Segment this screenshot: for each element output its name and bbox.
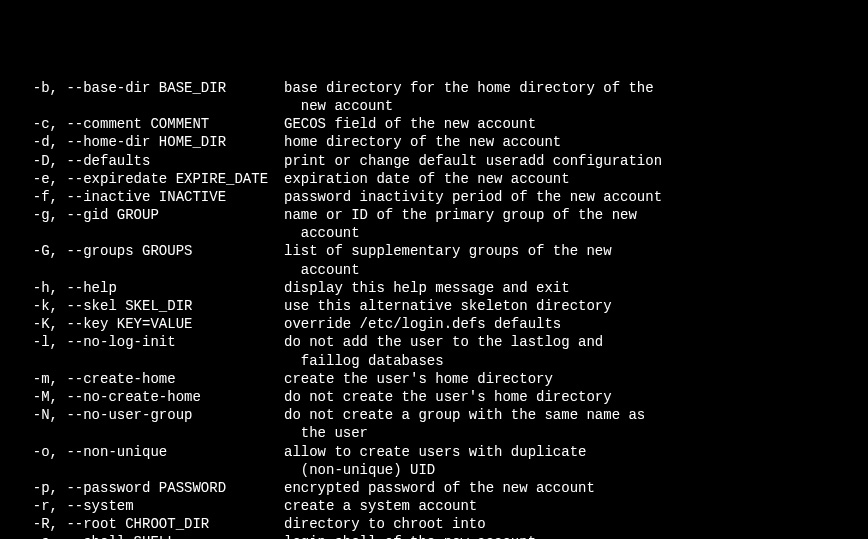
help-line: -G, --groups GROUPSlist of supplementary… <box>16 242 852 260</box>
option-description: do not add the user to the lastlog and <box>284 333 852 351</box>
help-line: account <box>16 261 852 279</box>
option-flag: -e, --expiredate EXPIRE_DATE <box>16 170 284 188</box>
option-flag <box>16 461 284 479</box>
option-description: (non-unique) UID <box>284 461 852 479</box>
help-line: -N, --no-user-groupdo not create a group… <box>16 406 852 424</box>
option-flag: -N, --no-user-group <box>16 406 284 424</box>
help-line: -l, --no-log-initdo not add the user to … <box>16 333 852 351</box>
help-line: -p, --password PASSWORDencrypted passwor… <box>16 479 852 497</box>
option-flag: -o, --non-unique <box>16 443 284 461</box>
option-description: base directory for the home directory of… <box>284 79 852 97</box>
option-description: account <box>284 261 852 279</box>
help-line: -r, --systemcreate a system account <box>16 497 852 515</box>
option-description: name or ID of the primary group of the n… <box>284 206 852 224</box>
help-line: -b, --base-dir BASE_DIRbase directory fo… <box>16 79 852 97</box>
help-line: new account <box>16 97 852 115</box>
option-description: new account <box>284 97 852 115</box>
option-flag: -K, --key KEY=VALUE <box>16 315 284 333</box>
option-flag: -D, --defaults <box>16 152 284 170</box>
option-flag: -g, --gid GROUP <box>16 206 284 224</box>
help-line: -M, --no-create-homedo not create the us… <box>16 388 852 406</box>
option-flag: -l, --no-log-init <box>16 333 284 351</box>
option-flag: -h, --help <box>16 279 284 297</box>
option-description: expiration date of the new account <box>284 170 852 188</box>
option-flag: -k, --skel SKEL_DIR <box>16 297 284 315</box>
help-line: -d, --home-dir HOME_DIRhome directory of… <box>16 133 852 151</box>
help-line: -e, --expiredate EXPIRE_DATEexpiration d… <box>16 170 852 188</box>
help-line: -k, --skel SKEL_DIRuse this alternative … <box>16 297 852 315</box>
option-flag <box>16 352 284 370</box>
option-description: directory to chroot into <box>284 515 852 533</box>
option-description: the user <box>284 424 852 442</box>
option-description: display this help message and exit <box>284 279 852 297</box>
option-description: home directory of the new account <box>284 133 852 151</box>
option-flag <box>16 261 284 279</box>
help-line: -c, --comment COMMENTGECOS field of the … <box>16 115 852 133</box>
option-flag: -M, --no-create-home <box>16 388 284 406</box>
option-description: create the user's home directory <box>284 370 852 388</box>
terminal-output: -b, --base-dir BASE_DIRbase directory fo… <box>16 79 852 539</box>
option-flag: -b, --base-dir BASE_DIR <box>16 79 284 97</box>
option-description: print or change default useradd configur… <box>284 152 852 170</box>
option-flag: -d, --home-dir HOME_DIR <box>16 133 284 151</box>
option-description: use this alternative skeleton directory <box>284 297 852 315</box>
help-line: -h, --helpdisplay this help message and … <box>16 279 852 297</box>
help-line: faillog databases <box>16 352 852 370</box>
option-description: GECOS field of the new account <box>284 115 852 133</box>
help-line: -o, --non-uniqueallow to create users wi… <box>16 443 852 461</box>
help-line: -R, --root CHROOT_DIRdirectory to chroot… <box>16 515 852 533</box>
option-description: encrypted password of the new account <box>284 479 852 497</box>
option-flag: -R, --root CHROOT_DIR <box>16 515 284 533</box>
option-flag <box>16 224 284 242</box>
help-line: -f, --inactive INACTIVEpassword inactivi… <box>16 188 852 206</box>
help-line: -g, --gid GROUPname or ID of the primary… <box>16 206 852 224</box>
help-line: -D, --defaultsprint or change default us… <box>16 152 852 170</box>
option-description: login shell of the new account <box>284 533 852 539</box>
option-description: do not create the user's home directory <box>284 388 852 406</box>
option-description: list of supplementary groups of the new <box>284 242 852 260</box>
option-flag: -s, --shell SHELL <box>16 533 284 539</box>
option-flag: -r, --system <box>16 497 284 515</box>
option-flag: -f, --inactive INACTIVE <box>16 188 284 206</box>
option-description: create a system account <box>284 497 852 515</box>
help-line: (non-unique) UID <box>16 461 852 479</box>
option-description: account <box>284 224 852 242</box>
option-description: password inactivity period of the new ac… <box>284 188 852 206</box>
option-flag: -m, --create-home <box>16 370 284 388</box>
help-line: -K, --key KEY=VALUEoverride /etc/login.d… <box>16 315 852 333</box>
option-flag: -c, --comment COMMENT <box>16 115 284 133</box>
option-flag: -p, --password PASSWORD <box>16 479 284 497</box>
help-line: account <box>16 224 852 242</box>
help-line: the user <box>16 424 852 442</box>
option-flag <box>16 424 284 442</box>
option-flag: -G, --groups GROUPS <box>16 242 284 260</box>
option-description: override /etc/login.defs defaults <box>284 315 852 333</box>
option-flag <box>16 97 284 115</box>
option-description: do not create a group with the same name… <box>284 406 852 424</box>
option-description: allow to create users with duplicate <box>284 443 852 461</box>
option-description: faillog databases <box>284 352 852 370</box>
help-line: -s, --shell SHELLlogin shell of the new … <box>16 533 852 539</box>
help-line: -m, --create-homecreate the user's home … <box>16 370 852 388</box>
